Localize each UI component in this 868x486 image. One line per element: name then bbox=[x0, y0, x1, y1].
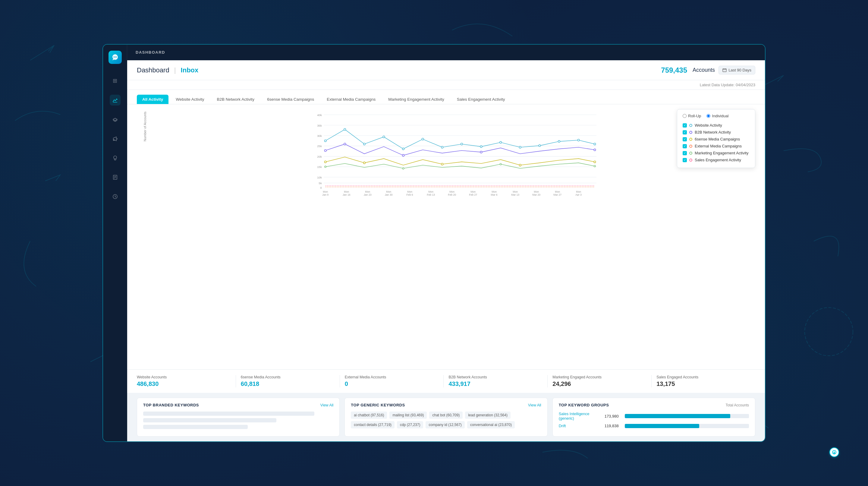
metric-external-label: External Media Accounts bbox=[345, 375, 439, 379]
svg-text:Mon: Mon bbox=[428, 190, 433, 193]
line-6sense bbox=[326, 157, 595, 165]
legend-checkbox-6sense[interactable]: ✓ bbox=[683, 137, 687, 142]
keyword-tag-6[interactable]: cdp (27,237) bbox=[397, 421, 423, 428]
keyword-tag-5[interactable]: contact details (27,719) bbox=[351, 421, 395, 428]
chart-grid bbox=[324, 115, 596, 183]
date-filter-badge[interactable]: Last 90 Days bbox=[718, 66, 755, 74]
keyword-tag-1[interactable]: ai chatbot (97,516) bbox=[351, 412, 387, 419]
metric-6sense-value: 60,818 bbox=[241, 381, 335, 387]
legend-item-sales: ✓ Sales Engagement Activity bbox=[683, 156, 749, 163]
svg-text:Mon: Mon bbox=[513, 190, 518, 193]
accounts-count: 759,435 bbox=[661, 66, 687, 74]
keyword-tag-7[interactable]: company id (12,567) bbox=[426, 421, 464, 428]
legend-label-website: Website Activity bbox=[695, 123, 722, 127]
activity-tabs: All Activity Website Activity B2B Networ… bbox=[127, 90, 765, 104]
svg-text:35k: 35k bbox=[317, 124, 322, 127]
svg-text:Mon: Mon bbox=[576, 190, 581, 193]
kw-group-count-2: 119,838 bbox=[604, 424, 621, 428]
svg-text:Jan 23: Jan 23 bbox=[364, 193, 372, 196]
branded-kw-blur-3 bbox=[143, 425, 248, 429]
svg-point-2 bbox=[115, 57, 116, 58]
svg-point-29 bbox=[422, 138, 424, 140]
sidebar-clock-icon[interactable] bbox=[110, 191, 121, 202]
svg-point-24 bbox=[324, 140, 326, 142]
svg-point-1 bbox=[113, 57, 114, 58]
metric-sales-value: 13,175 bbox=[656, 381, 750, 387]
app-shell: ⊞ bbox=[102, 44, 766, 442]
scroll-hint-button[interactable] bbox=[830, 447, 839, 457]
legend-item-b2b: ✓ B2B Network Activity bbox=[683, 129, 749, 136]
keyword-tag-3[interactable]: chat bot (60,709) bbox=[429, 412, 463, 419]
keyword-tag-8[interactable]: conversational ai (23,870) bbox=[467, 421, 515, 428]
tab-all-activity[interactable]: All Activity bbox=[137, 95, 168, 104]
metric-b2b-value: 433,917 bbox=[448, 381, 542, 387]
sidebar-chart-icon[interactable] bbox=[110, 95, 121, 105]
breadcrumb-sub: Inbox bbox=[181, 66, 198, 74]
metric-6sense-label: 6sense Media Accounts bbox=[241, 375, 335, 379]
dots-b2b bbox=[324, 143, 595, 156]
individual-radio-label[interactable]: Individual bbox=[707, 114, 728, 118]
svg-text:Jan 30: Jan 30 bbox=[385, 193, 393, 196]
svg-text:Mon: Mon bbox=[470, 190, 475, 193]
legend-checkbox-external[interactable]: ✓ bbox=[683, 144, 687, 148]
branded-keywords-view-all[interactable]: View All bbox=[320, 403, 334, 407]
rollup-radio-label[interactable]: Roll-Up bbox=[683, 114, 701, 118]
kw-group-name-2[interactable]: Drift bbox=[559, 424, 601, 428]
svg-point-47 bbox=[519, 164, 521, 166]
legend-checkbox-b2b[interactable]: ✓ bbox=[683, 130, 687, 134]
svg-text:Mon: Mon bbox=[492, 190, 497, 193]
svg-text:20k: 20k bbox=[317, 155, 322, 158]
svg-text:Mon: Mon bbox=[365, 190, 370, 193]
individual-radio[interactable] bbox=[707, 114, 710, 118]
svg-text:Mar 13: Mar 13 bbox=[511, 193, 519, 196]
legend-dot-sales bbox=[689, 159, 692, 161]
metric-marketing: Marketing Engaged Accounts 24,296 bbox=[548, 375, 652, 387]
svg-text:Mar 6: Mar 6 bbox=[491, 193, 498, 196]
svg-text:Feb 27: Feb 27 bbox=[469, 193, 477, 196]
svg-point-46 bbox=[441, 163, 443, 165]
svg-point-37 bbox=[578, 139, 579, 141]
tab-external-media[interactable]: External Media Campaigns bbox=[321, 95, 381, 104]
svg-text:Mon: Mon bbox=[386, 190, 391, 193]
legend-dot-b2b bbox=[689, 131, 692, 134]
svg-point-52 bbox=[594, 165, 595, 167]
svg-point-39 bbox=[324, 150, 326, 151]
svg-point-32 bbox=[480, 146, 482, 147]
tab-6sense-media[interactable]: 6sense Media Campaigns bbox=[261, 95, 319, 104]
sidebar-lightbulb-icon[interactable] bbox=[110, 153, 121, 163]
keyword-tag-2[interactable]: mailing list (93,469) bbox=[390, 412, 427, 419]
tab-b2b-network[interactable]: B2B Network Activity bbox=[212, 95, 260, 104]
generic-keywords-header: TOP GENERIC KEYWORDS View All bbox=[351, 403, 541, 407]
title-bar-text: DASHBOARD bbox=[135, 50, 165, 55]
tab-website-activity[interactable]: Website Activity bbox=[170, 95, 210, 104]
svg-point-35 bbox=[538, 145, 540, 147]
svg-text:40k: 40k bbox=[317, 113, 322, 117]
keyword-tag-4[interactable]: lead generation (32,564) bbox=[465, 412, 510, 419]
legend-checkbox-website[interactable]: ✓ bbox=[683, 123, 687, 127]
metric-website-label: Website Accounts bbox=[137, 375, 231, 379]
rollup-radio[interactable] bbox=[683, 114, 687, 118]
kw-group-row-2: Drift 119,838 bbox=[559, 424, 749, 428]
legend-checkbox-sales[interactable]: ✓ bbox=[683, 158, 687, 162]
rollup-label: Roll-Up bbox=[688, 114, 701, 118]
tab-sales-engagement[interactable]: Sales Engagement Activity bbox=[452, 95, 510, 104]
sidebar-layers-icon[interactable] bbox=[110, 114, 121, 125]
legend-item-marketing: ✓ Marketing Engagement Activity bbox=[683, 150, 749, 156]
generic-keywords-view-all[interactable]: View All bbox=[528, 403, 541, 407]
legend-dot-marketing bbox=[689, 152, 692, 155]
svg-point-42 bbox=[480, 151, 482, 153]
kw-bar-bg-2 bbox=[625, 424, 749, 428]
keyword-groups-title: TOP KEYWORD GROUPS bbox=[559, 403, 609, 407]
tab-marketing-engagement[interactable]: Marketing Engagement Activity bbox=[383, 95, 450, 104]
sidebar-megaphone-icon[interactable] bbox=[110, 133, 121, 144]
svg-point-49 bbox=[324, 166, 326, 167]
svg-rect-6 bbox=[723, 69, 726, 72]
sidebar-report-icon[interactable] bbox=[110, 172, 121, 183]
svg-text:Feb 20: Feb 20 bbox=[448, 193, 456, 196]
kw-group-name-1[interactable]: Sales Intelligence (generic) bbox=[559, 412, 601, 421]
svg-point-51 bbox=[500, 163, 501, 165]
legend-item-website: ✓ Website Activity bbox=[683, 122, 749, 129]
sidebar-grid-icon[interactable]: ⊞ bbox=[110, 75, 121, 86]
keyword-groups-panel: TOP KEYWORD GROUPS Total Accounts Sales … bbox=[553, 398, 755, 436]
legend-checkbox-marketing[interactable]: ✓ bbox=[683, 151, 687, 155]
